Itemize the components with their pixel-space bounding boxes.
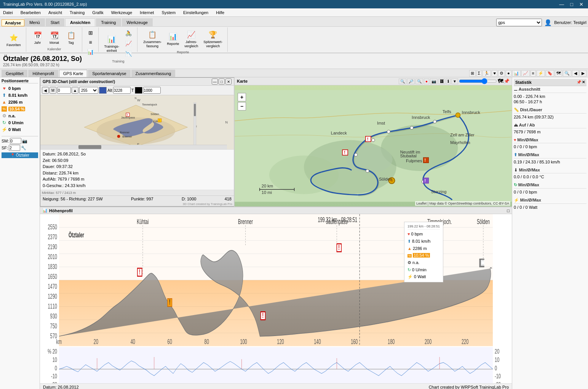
- tab-start[interactable]: Start: [46, 18, 64, 26]
- toolbar-icon-gear[interactable]: ⚙: [498, 70, 505, 77]
- ribbon-btn-chart-sm[interactable]: 📈: [123, 38, 134, 48]
- map-tool-3[interactable]: 🔍: [415, 78, 423, 84]
- pos-heartrate-value: 0 bpm: [8, 86, 21, 91]
- chart-3d-minimize[interactable]: —: [212, 78, 218, 85]
- training-badge: 📍 Ötztaler: [2, 152, 38, 158]
- toolbar-icon-sigma[interactable]: Σ: [476, 70, 482, 77]
- ausschnitt-icon: ⚊: [514, 87, 518, 91]
- tab-ansichten[interactable]: Ansichten: [65, 18, 95, 26]
- zoom-out-button[interactable]: −: [238, 102, 246, 110]
- left-panel: Positionswerte ♥ 0 bpm ⬆ 8.01 km/h ▲ 228…: [0, 77, 40, 389]
- svg-point-21: [269, 155, 339, 194]
- menu-einstellungen[interactable]: Einstellungen: [182, 10, 210, 16]
- toolbar-icon-1[interactable]: ⊞: [469, 70, 476, 77]
- color-swatch[interactable]: [99, 87, 107, 94]
- ribbon-group-small: ⊞ ≡ 📊: [83, 27, 99, 52]
- subtab-hoehenprofil[interactable]: Höhenprofil: [28, 70, 58, 77]
- subtab-zusammenfassung[interactable]: Zusammenfassung: [131, 70, 176, 77]
- ribbon-btn-favoriten[interactable]: ⭐ Favoriten: [5, 31, 23, 48]
- toolbar-icon-circle[interactable]: ●: [506, 70, 511, 77]
- ribbon-tabs: Analyse Menü Start Ansichten Training We…: [0, 17, 588, 27]
- ribbon-btn-reporte[interactable]: 📊 Reporte: [165, 30, 181, 47]
- map-tool-cam[interactable]: 📷: [430, 78, 438, 84]
- ribbon-btn-bike[interactable]: 🚴: [123, 28, 134, 38]
- maximize-button[interactable]: □: [569, 2, 575, 7]
- hscroll[interactable]: [40, 145, 227, 149]
- minimize-button[interactable]: —: [558, 2, 566, 7]
- svg-text:2370: 2370: [48, 233, 58, 241]
- subtab-sportartenanalyse[interactable]: Sportartenanalyse: [88, 70, 130, 77]
- menu-bearbeiten[interactable]: Bearbeiten: [19, 10, 42, 16]
- map-tool-dropdown[interactable]: ▼: [451, 78, 458, 84]
- toolbar-icon-bar[interactable]: 📊: [512, 70, 521, 77]
- gps-select[interactable]: gps: [496, 19, 542, 26]
- map-tool-1[interactable]: 🔍: [399, 78, 406, 84]
- stats-close[interactable]: ✕: [582, 80, 585, 85]
- ribbon-btn-sm1[interactable]: ⊞: [86, 28, 95, 37]
- alt-input[interactable]: [113, 87, 131, 94]
- menu-ansicht[interactable]: Ansicht: [47, 10, 64, 16]
- ribbon-btn-tag[interactable]: 📋 Tag: [64, 29, 79, 46]
- ribbon-btn-spitzenwert[interactable]: 🏆 Spitzenwert-vergleich: [201, 28, 224, 50]
- stats-pin[interactable]: 📌: [577, 80, 581, 85]
- map-tool-photo[interactable]: 🖼: [438, 78, 445, 84]
- toolbar-icon-heart[interactable]: ♥: [492, 70, 497, 77]
- menu-hilfe[interactable]: Hilfe: [214, 10, 226, 16]
- menu-training[interactable]: Training: [68, 10, 86, 16]
- sf-input[interactable]: [9, 145, 20, 151]
- map-tool-info[interactable]: ℹ: [446, 78, 451, 84]
- analyse-badge: Analyse: [2, 19, 24, 26]
- menu-datei[interactable]: Datei: [2, 10, 14, 16]
- toolbar-icon-flag[interactable]: 🔖: [546, 70, 554, 77]
- zoom-in-button[interactable]: +: [238, 93, 246, 101]
- otztaler-button[interactable]: 📍 Ötztaler: [2, 152, 38, 158]
- svg-text:20 km: 20 km: [262, 184, 273, 188]
- chart-3d-maximize[interactable]: □: [219, 78, 225, 85]
- list-icon: ≡: [87, 38, 94, 46]
- subtab-gpskarte[interactable]: GPS Karte: [59, 70, 88, 77]
- t-input[interactable]: [143, 87, 161, 94]
- map-opacity-slider[interactable]: [459, 78, 497, 84]
- toolbar-icon-lines[interactable]: ≡: [530, 70, 536, 77]
- ctrl-select[interactable]: 255: [79, 87, 98, 94]
- subtab-gesplittet[interactable]: Gesplittet: [2, 70, 27, 77]
- toolbar-nav-next[interactable]: ▶: [580, 70, 586, 77]
- tab-menu[interactable]: Menü: [24, 18, 45, 26]
- menu-werkzeuge[interactable]: Werkzeuge: [110, 10, 134, 16]
- toolbar-icon-map[interactable]: 🗺: [555, 70, 562, 77]
- ctrl-back[interactable]: ◀: [42, 87, 49, 94]
- svg-text:!: !: [367, 137, 369, 141]
- dist-icon: 📏: [514, 107, 519, 112]
- menu-grafik[interactable]: Grafik: [91, 10, 105, 16]
- ribbon-btn-jahr[interactable]: 📅 Jahr: [30, 29, 45, 46]
- hscroll-thumb[interactable]: [78, 145, 101, 149]
- ctrl-val1[interactable]: [57, 87, 71, 94]
- toolbar-icon-runner[interactable]: 🏃: [483, 70, 491, 77]
- map-canvas[interactable]: + −: [235, 85, 512, 207]
- ribbon-btn-monat[interactable]: 📆 Monat: [47, 29, 62, 46]
- map-tool-red[interactable]: ●: [424, 78, 429, 84]
- map-tool-2[interactable]: 🔎: [407, 78, 415, 84]
- close-button[interactable]: ✕: [578, 2, 585, 7]
- menu-system[interactable]: System: [160, 10, 177, 16]
- sm-input[interactable]: [10, 138, 21, 144]
- menu-internet[interactable]: Internet: [138, 10, 155, 16]
- toolbar-icon-lightning[interactable]: ⚡: [537, 70, 545, 77]
- ribbon-btn-trainingseinheit[interactable]: 📊 Trainings-einheit: [102, 33, 121, 54]
- hp-maximize[interactable]: □: [507, 208, 510, 213]
- toolbar-icon-search[interactable]: 🔍: [563, 70, 571, 77]
- toolbar-icon-line[interactable]: 📈: [521, 70, 530, 77]
- ctrl-m[interactable]: M: [50, 87, 56, 94]
- ctrl-up[interactable]: ▲: [72, 87, 78, 94]
- ribbon-btn-zusammenfassung[interactable]: 📋 Zusammen-fassung: [141, 28, 163, 50]
- ribbon-btn-sm2[interactable]: ≡: [86, 38, 95, 47]
- tab-werkzeuge[interactable]: Werkzeuge: [122, 18, 153, 26]
- t-color[interactable]: [135, 87, 142, 94]
- map-header: Karte 🔍 🔎 🔍 ● 📷 🖼 ℹ ▼ 🗺: [235, 77, 512, 85]
- map-icon-layers[interactable]: 🗺: [498, 78, 503, 84]
- tab-training[interactable]: Training: [96, 18, 121, 26]
- ribbon-btn-jahresvergleich[interactable]: 📈 Jahres-vergleich: [182, 28, 200, 50]
- chart-3d-close[interactable]: ✕: [225, 78, 232, 85]
- map-pin[interactable]: 📌: [504, 78, 510, 84]
- toolbar-nav-prev[interactable]: ◀: [572, 70, 579, 77]
